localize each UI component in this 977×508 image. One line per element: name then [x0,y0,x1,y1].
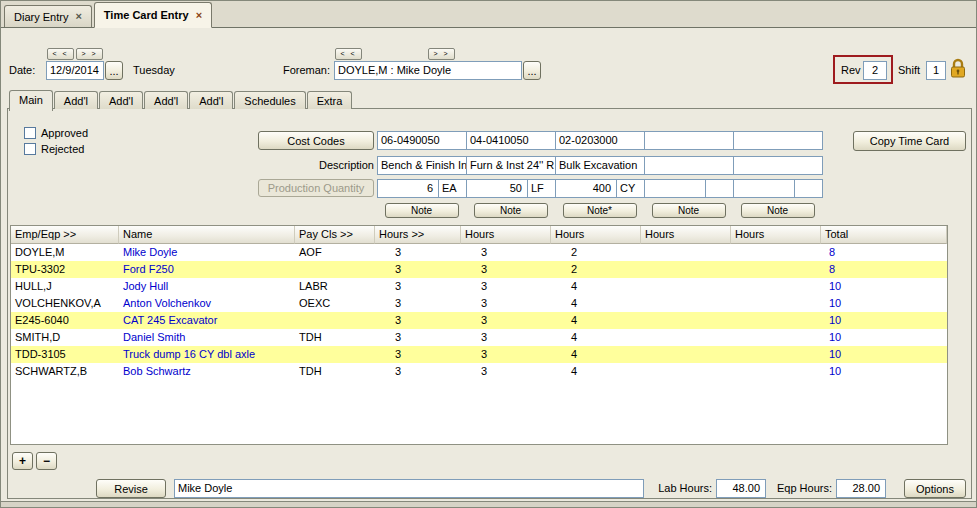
row-hours[interactable] [731,363,821,380]
row-code[interactable]: TPU-3302 [11,261,119,278]
date-prev-button[interactable]: < < [47,48,74,60]
note-button[interactable]: Note [474,203,548,218]
table-row[interactable]: HULL,J Jody Hull LABR 3 3 4 10 [11,278,947,295]
row-name[interactable]: Daniel Smith [119,329,295,346]
row-name[interactable]: CAT 245 Excavator [119,312,295,329]
row-payclass[interactable]: LABR [295,278,375,295]
note-button[interactable]: Note [741,203,815,218]
row-hours[interactable]: 3 [375,261,461,278]
shift-input[interactable]: 1 [926,61,946,80]
row-payclass[interactable]: TDH [295,363,375,380]
note-button[interactable]: Note [385,203,459,218]
row-total[interactable]: 10 [821,329,947,346]
quantity-field[interactable] [644,179,706,198]
row-hours[interactable]: 4 [551,278,641,295]
row-name[interactable]: Truck dump 16 CY dbl axle [119,346,295,363]
row-total[interactable]: 10 [821,278,947,295]
tab-diary-entry[interactable]: Diary Entry × [4,5,92,27]
row-hours[interactable] [731,278,821,295]
foreman-next-button[interactable]: > > [428,48,455,60]
quantity-field[interactable]: 6 [377,179,439,198]
tab-main[interactable]: Main [9,90,53,111]
row-hours[interactable]: 4 [551,295,641,312]
lock-icon[interactable] [948,57,968,81]
row-payclass[interactable] [295,312,375,329]
column-header-pay-cls[interactable]: Pay Cls >> [295,226,375,244]
cost-code-field[interactable] [733,131,823,150]
column-header-total[interactable]: Total [821,226,947,244]
table-row[interactable]: DOYLE,M Mike Doyle AOF 3 3 2 8 [11,244,947,261]
approved-checkbox[interactable] [24,127,36,139]
cost-codes-button[interactable]: Cost Codes [258,131,374,150]
foreman-name-field[interactable]: Mike Doyle [174,479,644,498]
revise-button[interactable]: Revise [96,479,166,498]
row-hours[interactable]: 4 [551,363,641,380]
description-field[interactable]: Furn & Inst 24'' R [466,156,556,175]
row-hours[interactable]: 3 [375,329,461,346]
column-header-hours-3[interactable]: Hours [551,226,641,244]
row-hours[interactable]: 4 [551,329,641,346]
tab-addl-3[interactable]: Add'l [144,91,188,109]
tab-extra[interactable]: Extra [307,91,353,109]
row-hours[interactable]: 3 [461,244,551,261]
copy-time-card-button[interactable]: Copy Time Card [853,131,966,151]
description-field[interactable]: Bulk Excavation [555,156,645,175]
row-hours[interactable] [731,312,821,329]
row-hours[interactable]: 3 [375,346,461,363]
row-hours[interactable] [731,329,821,346]
row-name[interactable]: Jody Hull [119,278,295,295]
uom-field[interactable]: EA [438,179,467,198]
remove-row-button[interactable]: − [36,452,57,470]
table-row[interactable]: SMITH,D Daniel Smith TDH 3 3 4 10 [11,329,947,346]
row-hours[interactable] [641,244,731,261]
column-header-emp-eqp[interactable]: Emp/Eqp >> [11,226,119,244]
row-total[interactable]: 8 [821,261,947,278]
row-code[interactable]: E245-6040 [11,312,119,329]
row-hours[interactable]: 2 [551,244,641,261]
cost-code-field[interactable]: 04-0410050 [466,131,556,150]
quantity-field[interactable]: 400 [555,179,617,198]
row-hours[interactable] [731,261,821,278]
row-total[interactable]: 10 [821,312,947,329]
row-total[interactable]: 10 [821,346,947,363]
foreman-browse-button[interactable]: ... [523,61,541,80]
row-hours[interactable]: 3 [375,278,461,295]
description-field[interactable] [644,156,734,175]
row-total[interactable]: 10 [821,363,947,380]
table-row[interactable]: SCHWARTZ,B Bob Schwartz TDH 3 3 4 10 [11,363,947,380]
row-total[interactable]: 8 [821,244,947,261]
uom-field[interactable]: LF [527,179,556,198]
column-header-hours-1[interactable]: Hours >> [375,226,461,244]
row-hours[interactable] [641,278,731,295]
row-hours[interactable]: 3 [461,363,551,380]
rejected-checkbox[interactable] [24,143,36,155]
column-header-hours-2[interactable]: Hours [461,226,551,244]
row-code[interactable]: DOYLE,M [11,244,119,261]
cost-code-field[interactable]: 06-0490050 [377,131,467,150]
row-hours[interactable]: 3 [461,261,551,278]
row-payclass[interactable] [295,261,375,278]
row-hours[interactable] [641,329,731,346]
close-icon[interactable]: × [196,10,202,21]
uom-field[interactable] [794,179,823,198]
row-hours[interactable] [641,346,731,363]
row-code[interactable]: SCHWARTZ,B [11,363,119,380]
row-total[interactable]: 10 [821,295,947,312]
row-name[interactable]: Ford F250 [119,261,295,278]
row-hours[interactable]: 3 [461,295,551,312]
tab-time-card-entry[interactable]: Time Card Entry × [94,2,212,28]
close-icon[interactable]: × [75,11,81,22]
tab-addl-2[interactable]: Add'l [99,91,143,109]
row-hours[interactable]: 3 [461,329,551,346]
row-name[interactable]: Mike Doyle [119,244,295,261]
tab-addl-4[interactable]: Add'l [189,91,233,109]
column-header-hours-4[interactable]: Hours [641,226,731,244]
cost-code-field[interactable] [644,131,734,150]
uom-field[interactable]: CY [616,179,645,198]
row-hours[interactable]: 3 [375,244,461,261]
table-row[interactable]: E245-6040 CAT 245 Excavator 3 3 4 10 [11,312,947,329]
table-row[interactable]: VOLCHENKOV,A Anton Volchenkov OEXC 3 3 4… [11,295,947,312]
foreman-prev-button[interactable]: < < [335,48,362,60]
row-hours[interactable]: 3 [375,363,461,380]
tab-addl-1[interactable]: Add'l [54,91,98,109]
